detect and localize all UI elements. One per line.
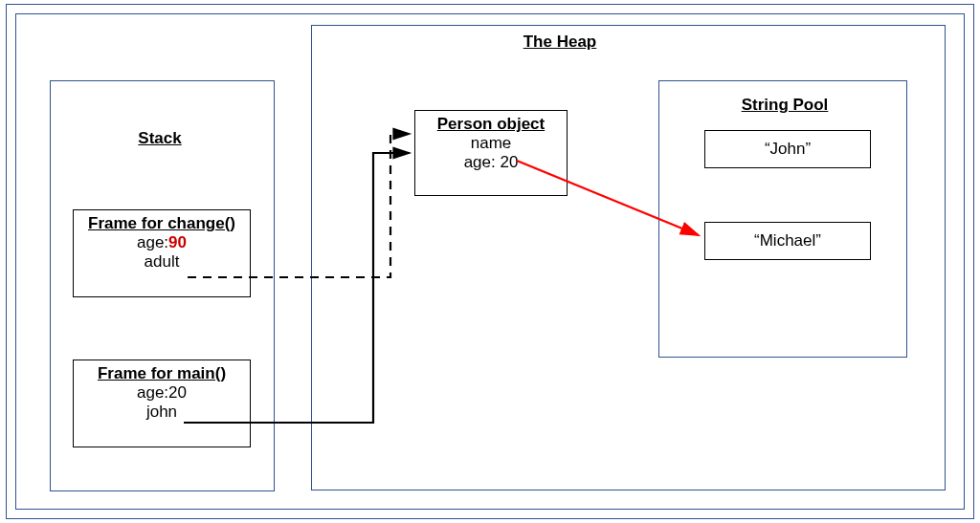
stack-title-text: Stack <box>138 129 181 147</box>
string-michael-box: “Michael” <box>704 222 871 260</box>
frame-main-age: age:20 <box>77 383 247 403</box>
string-john-text: “John” <box>765 140 811 158</box>
frame-change-age-value: 90 <box>168 233 187 251</box>
heap-title: The Heap <box>498 33 622 52</box>
diagram-stage: The Heap Stack Frame for change() age:90… <box>0 0 980 523</box>
string-michael-text: “Michael” <box>754 231 821 250</box>
frame-main-content: Frame for main() age:20 john <box>77 364 247 422</box>
person-object-content: Person object name age: 20 <box>418 115 564 172</box>
frame-change-title: Frame for change() <box>77 214 247 233</box>
string-pool-box <box>658 80 907 358</box>
stack-title: Stack <box>107 129 212 148</box>
frame-main-john: john <box>77 403 247 422</box>
string-john-box: “John” <box>704 130 871 168</box>
string-pool-title: String Pool <box>727 96 842 115</box>
heap-title-text: The Heap <box>523 33 597 51</box>
frame-change-content: Frame for change() age:90 adult <box>77 214 247 272</box>
person-name-label: name <box>418 134 564 153</box>
frame-change-age-label: age: <box>137 233 168 251</box>
frame-change-age: age:90 <box>77 233 247 252</box>
person-object-title: Person object <box>418 115 564 134</box>
frame-change-adult: adult <box>77 252 247 272</box>
person-age-line: age: 20 <box>418 153 564 172</box>
frame-main-title: Frame for main() <box>77 364 247 383</box>
